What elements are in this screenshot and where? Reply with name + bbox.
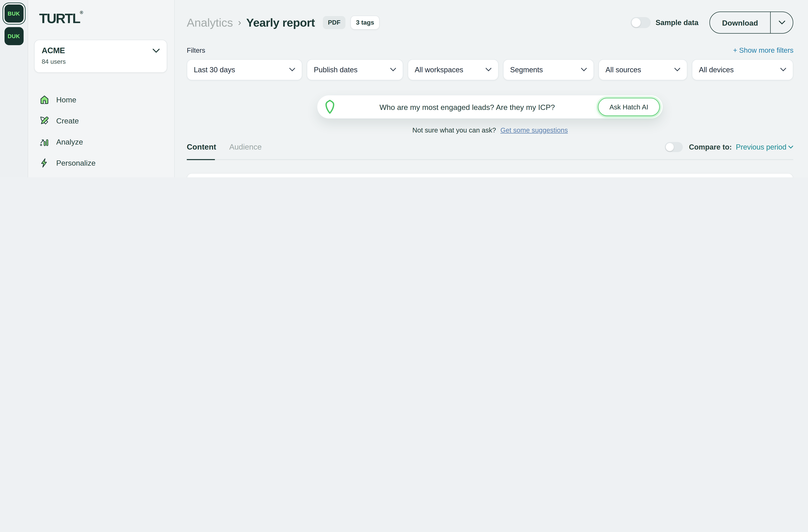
workspaces-dropdown[interactable]: All workspaces: [408, 59, 499, 80]
app-window: BUK DUK MP TURTL® ACME 84 users Home Cre…: [0, 0, 808, 177]
org-name: ACME: [42, 46, 65, 55]
suggestions-hint: Not sure what you can ask?: [412, 127, 496, 134]
chevron-down-icon: [674, 68, 680, 72]
turtl-logo: TURTL®: [39, 10, 167, 26]
chevron-down-icon: [581, 68, 587, 72]
breadcrumb-analytics[interactable]: Analytics: [187, 16, 233, 30]
chevron-down-icon: [778, 21, 785, 24]
dropdown-value: Last 30 days: [194, 66, 235, 74]
report-tabs: Content Audience Compare to: Previous pe…: [187, 142, 793, 160]
chevron-down-icon: [788, 145, 793, 149]
pencil-icon: [39, 115, 50, 126]
tab-content[interactable]: Content: [187, 142, 216, 152]
breadcrumb-separator: ›: [238, 17, 241, 28]
sidebar-item-analyze[interactable]: Analyze: [34, 131, 167, 152]
lightning-icon: [39, 157, 50, 168]
dropdown-value: Publish dates: [314, 66, 357, 74]
sources-dropdown[interactable]: All sources: [599, 59, 687, 80]
workspace-badge-buk[interactable]: BUK: [4, 4, 23, 23]
hatch-ai-question: Who are my most engaged leads? Are they …: [336, 103, 598, 111]
chevron-down-icon: [781, 68, 786, 72]
toggle-knob: [631, 18, 641, 27]
devices-dropdown[interactable]: All devices: [692, 59, 793, 80]
dropdown-value: All workspaces: [415, 66, 463, 74]
page-title: Yearly report: [246, 16, 315, 30]
sidebar: TURTL® ACME 84 users Home Create Analyze: [28, 0, 175, 177]
workspace-badge-duk[interactable]: DUK: [4, 27, 23, 45]
publish-dates-dropdown[interactable]: Publish dates: [307, 59, 403, 80]
compare-period-dropdown[interactable]: Previous period: [736, 143, 793, 151]
home-icon: [39, 94, 50, 105]
chevron-down-icon: [390, 68, 396, 72]
filters-row: Last 30 days Publish dates All workspace…: [187, 59, 793, 80]
registered-mark: ®: [80, 10, 83, 15]
date-range-dropdown[interactable]: Last 30 days: [187, 59, 302, 80]
sidebar-item-label: Analyze: [56, 137, 83, 146]
tags-badge[interactable]: 3 tags: [350, 16, 380, 30]
sample-data-toggle[interactable]: [630, 17, 650, 28]
chevron-down-icon: [485, 68, 492, 72]
show-more-filters-link[interactable]: + Show more filters: [733, 46, 793, 54]
org-user-count: 84 users: [42, 58, 160, 65]
sample-data-label: Sample data: [656, 19, 698, 26]
format-badge: PDF: [323, 16, 345, 29]
hatch-ai-icon: [323, 99, 336, 114]
download-label[interactable]: Download: [710, 12, 770, 33]
dropdown-value: All devices: [699, 66, 734, 74]
segments-dropdown[interactable]: Segments: [503, 59, 594, 80]
workspace-rail: BUK DUK MP: [0, 0, 28, 177]
hatch-ai-banner: Who are my most engaged leads? Are they …: [317, 95, 663, 118]
sidebar-item-label: Home: [56, 95, 76, 104]
tab-audience[interactable]: Audience: [229, 142, 262, 152]
filters-heading: Filters: [187, 46, 205, 54]
ask-hatch-ai-button[interactable]: Ask Hatch AI: [598, 98, 660, 116]
sidebar-item-label: Create: [56, 116, 79, 125]
toggle-knob: [666, 143, 674, 151]
page-header: Analytics › Yearly report PDF 3 tags Sam…: [187, 11, 793, 34]
logo-wordmark: TURTL: [39, 11, 80, 26]
get-suggestions-link[interactable]: Get some suggestions: [500, 127, 568, 134]
chevron-down-icon: [289, 68, 295, 72]
sidebar-item-label: Personalize: [56, 158, 95, 167]
download-button[interactable]: Download: [710, 12, 793, 34]
chevron-down-icon: [153, 49, 160, 53]
compare-toggle[interactable]: [665, 142, 683, 152]
primary-nav: Home Create Analyze Personalize: [34, 89, 167, 173]
sidebar-item-home[interactable]: Home: [34, 89, 167, 110]
sidebar-item-create[interactable]: Create: [34, 110, 167, 131]
org-selector[interactable]: ACME 84 users: [34, 40, 167, 73]
dropdown-value: Segments: [510, 66, 543, 74]
main-content: Analytics › Yearly report PDF 3 tags Sam…: [175, 0, 808, 177]
download-menu-button[interactable]: [771, 12, 793, 33]
bar-chart-icon: [39, 136, 50, 147]
sidebar-item-personalize[interactable]: Personalize: [34, 152, 167, 173]
active-tab-indicator: [187, 159, 215, 160]
stats-summary-card: Engagement Score 10 Reads 158 Readers 95…: [187, 173, 793, 177]
compare-to-label: Compare to:: [689, 143, 732, 151]
dropdown-value: All sources: [606, 66, 641, 74]
compare-period-value: Previous period: [736, 143, 786, 151]
